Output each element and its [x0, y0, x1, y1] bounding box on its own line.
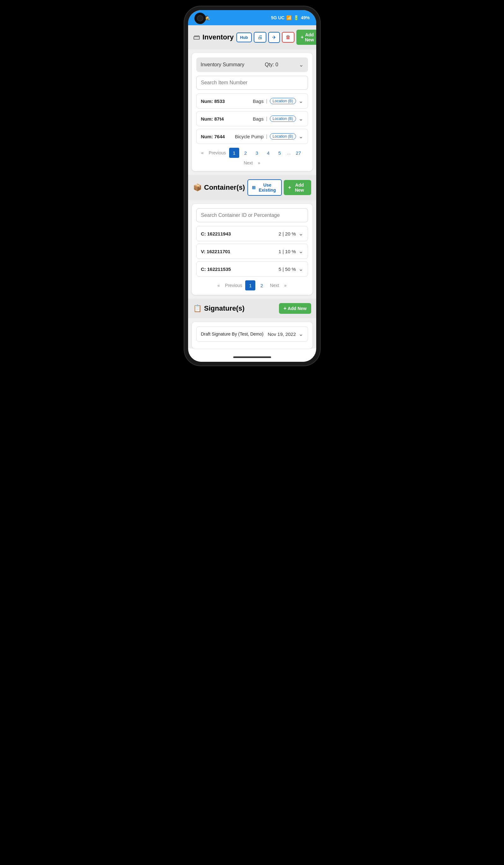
- container-item-2-chevron: ⌄: [298, 248, 303, 255]
- inventory-icon: 🗃: [193, 33, 200, 41]
- inventory-card: Inventory Summary Qty: 0 ⌄ Num: 8533 Bag…: [192, 53, 313, 171]
- containers-title: Container(s): [204, 183, 245, 192]
- inventory-summary-qty: Qty: 0: [265, 62, 278, 68]
- home-indicator: [188, 352, 316, 362]
- inventory-summary-label: Inventory Summary: [201, 62, 245, 68]
- delete-button[interactable]: 🗑: [282, 32, 294, 43]
- phone-frame: 58 🕵 5G UC 📶 🔋 49% 🗃 Inventory Hub 🖨: [184, 6, 320, 366]
- inventory-item-1-chevron: ⌄: [298, 97, 303, 104]
- battery-level: 49%: [301, 15, 309, 20]
- signatures-section-header: 📋 Signature(s) Add New: [188, 299, 316, 318]
- inventory-item-2-location: Location (B): [270, 116, 296, 122]
- inventory-page-dots: ...: [286, 150, 292, 155]
- container-item-1[interactable]: C: 162211943 2 | 20 % ⌄: [196, 226, 308, 241]
- inventory-page-1[interactable]: 1: [229, 148, 239, 158]
- print-button[interactable]: 🖨: [254, 32, 266, 43]
- use-existing-button[interactable]: ⊞ Use Existing: [247, 179, 282, 196]
- inventory-prev-label[interactable]: Previous: [207, 149, 227, 157]
- send-button[interactable]: ✈: [268, 32, 280, 43]
- signatures-title: Signature(s): [204, 304, 277, 313]
- signal-icon: 📶: [286, 15, 292, 20]
- container-item-1-chevron: ⌄: [298, 230, 303, 237]
- hub-button[interactable]: Hub: [236, 33, 252, 42]
- signature-item-1-label: Draft Signature By (Test, Demo): [201, 332, 263, 336]
- signatures-add-new-button[interactable]: Add New: [279, 303, 311, 314]
- inventory-search-input[interactable]: [196, 76, 308, 90]
- inventory-page-5[interactable]: 5: [274, 148, 285, 158]
- containers-pagination: « Previous 1 2 Next »: [196, 280, 308, 290]
- inventory-item-3[interactable]: Num: 7644 Bicycle Pump | Location (B) ⌄: [196, 129, 308, 144]
- inventory-item-2-num: Num: 87t4: [201, 116, 224, 122]
- containers-section-header: 📦 Container(s) ⊞ Use Existing Add New: [188, 175, 316, 200]
- inventory-next-button[interactable]: »: [256, 159, 262, 167]
- containers-page-1[interactable]: 1: [245, 280, 255, 290]
- containers-page-2[interactable]: 2: [257, 280, 267, 290]
- inventory-item-3-chevron: ⌄: [298, 133, 303, 140]
- container-item-1-value: 2 | 20 %: [279, 231, 296, 237]
- inventory-next-label[interactable]: Next: [242, 159, 255, 167]
- inventory-item-2-type: Bags: [253, 116, 263, 122]
- container-item-3-id: C: 162211535: [201, 266, 231, 272]
- signatures-card: Draft Signature By (Test, Demo) Nov 19, …: [192, 322, 313, 348]
- containers-search-input[interactable]: [196, 208, 308, 222]
- containers-next-label[interactable]: Next: [268, 281, 281, 289]
- inventory-item-3-num: Num: 7644: [201, 134, 225, 139]
- status-bar: 58 🕵 5G UC 📶 🔋 49%: [188, 10, 316, 25]
- container-item-3[interactable]: C: 162211535 5 | 50 % ⌄: [196, 262, 308, 277]
- container-item-1-id: C: 162211943: [201, 231, 231, 237]
- battery-icon: 🔋: [293, 15, 299, 20]
- use-existing-icon: ⊞: [252, 185, 256, 190]
- containers-card: C: 162211943 2 | 20 % ⌄ V: 162211701 1 |…: [192, 204, 313, 295]
- phone-screen: 58 🕵 5G UC 📶 🔋 49% 🗃 Inventory Hub 🖨: [188, 10, 316, 362]
- container-item-3-chevron: ⌄: [298, 265, 303, 273]
- inventory-item-3-location: Location (B): [270, 133, 296, 140]
- container-item-2[interactable]: V: 162211701 1 | 10 % ⌄: [196, 244, 308, 259]
- containers-prev-label[interactable]: Previous: [223, 281, 244, 289]
- signature-item-1-date: Nov 19, 2022: [268, 332, 296, 337]
- signatures-header-buttons: Add New: [279, 303, 311, 314]
- container-item-2-value: 1 | 10 %: [279, 249, 296, 254]
- signature-item-1-chevron: ⌄: [298, 331, 303, 337]
- inventory-pagination: « Previous 1 2 3 4 5 ... 27 Next »: [196, 148, 308, 167]
- inventory-item-1[interactable]: Num: 8533 Bags | Location (B) ⌄: [196, 93, 308, 108]
- inventory-page-last[interactable]: 27: [293, 148, 303, 158]
- summary-chevron-icon: ⌄: [299, 61, 304, 68]
- containers-icon: 📦: [193, 183, 202, 192]
- containers-add-new-button[interactable]: Add New: [284, 180, 311, 195]
- signatures-icon: 📋: [193, 304, 202, 313]
- inventory-item-1-type: Bags: [253, 99, 263, 104]
- inventory-section-header: 🗃 Inventory Hub 🖨 ✈ 🗑 Add New: [188, 25, 316, 49]
- signature-item-1[interactable]: Draft Signature By (Test, Demo) Nov 19, …: [196, 326, 308, 342]
- inventory-item-1-location: Location (B): [270, 98, 296, 104]
- inventory-item-2[interactable]: Num: 87t4 Bags | Location (B) ⌄: [196, 111, 308, 126]
- containers-prev-button[interactable]: «: [215, 281, 222, 289]
- containers-header-buttons: ⊞ Use Existing Add New: [247, 179, 311, 196]
- inventory-prev-button[interactable]: «: [199, 149, 206, 157]
- inventory-item-2-chevron: ⌄: [298, 115, 303, 122]
- inventory-page-4[interactable]: 4: [263, 148, 273, 158]
- inventory-page-2[interactable]: 2: [241, 148, 250, 158]
- container-item-2-id: V: 162211701: [201, 249, 230, 254]
- inventory-title: Inventory: [203, 33, 234, 41]
- inventory-item-1-num: Num: 8533: [201, 99, 225, 104]
- status-right: 5G UC 📶 🔋 49%: [271, 15, 310, 20]
- network-label: 5G UC: [271, 15, 285, 20]
- camera: [195, 13, 206, 24]
- containers-next-button[interactable]: »: [282, 281, 289, 289]
- inventory-header-buttons: Hub 🖨 ✈ 🗑 Add New: [236, 30, 316, 45]
- home-bar: [233, 356, 271, 358]
- page-content: 🗃 Inventory Hub 🖨 ✈ 🗑 Add New Inventory …: [188, 25, 316, 348]
- inventory-add-new-button[interactable]: Add New: [296, 30, 316, 45]
- inventory-page-3[interactable]: 3: [252, 148, 262, 158]
- inventory-item-3-type: Bicycle Pump: [235, 134, 263, 139]
- container-item-3-value: 5 | 50 %: [279, 266, 296, 272]
- inventory-summary-row[interactable]: Inventory Summary Qty: 0 ⌄: [196, 57, 308, 72]
